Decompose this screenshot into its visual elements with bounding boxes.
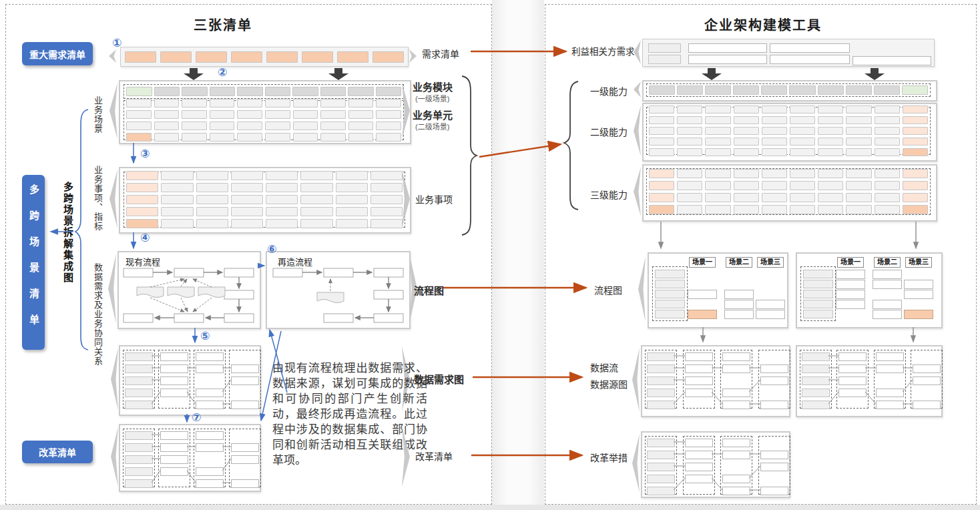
scene-header: 场景二	[726, 257, 752, 268]
step-6: ⑥	[267, 244, 276, 255]
scenario-flow-block-b: 场景一场景二场景三	[796, 252, 943, 328]
grid-cell	[292, 87, 318, 96]
lane-cell	[655, 290, 685, 298]
grid-cell	[376, 110, 401, 119]
label-flow-diagram-right: 流程图	[594, 283, 622, 296]
grid-cell	[348, 133, 374, 142]
grid-cell	[182, 87, 208, 96]
dataflow-box	[913, 376, 941, 385]
dataflow-box	[647, 376, 675, 385]
stakeholder-block	[642, 39, 935, 67]
grid-cell	[300, 219, 332, 228]
dataflow-box	[802, 389, 830, 397]
grid-cell	[371, 207, 403, 216]
grid-cell	[266, 195, 298, 204]
dataflow-box	[760, 376, 788, 385]
grid-cell	[846, 105, 871, 113]
grid-cell	[300, 207, 332, 216]
grid-cell	[376, 99, 401, 107]
grid-cell	[818, 181, 843, 190]
grid-cell	[790, 181, 815, 190]
dataflow-box	[722, 364, 750, 373]
scenario-highlight-box	[904, 310, 933, 319]
grid-cell	[154, 133, 180, 142]
grid-cell	[182, 121, 207, 130]
dataflow-box	[231, 455, 259, 464]
capability-3-block	[642, 164, 937, 222]
grid-cell	[875, 116, 900, 124]
dataflow-box	[125, 389, 153, 397]
dataflow-box	[802, 364, 830, 373]
grid-cell	[846, 169, 871, 178]
dataflow-box	[125, 455, 153, 464]
data-needs-block	[119, 345, 261, 416]
dataflow-box	[876, 364, 904, 373]
grid-cell	[790, 127, 815, 135]
grid-cell	[903, 116, 928, 124]
grid-cell	[161, 183, 193, 192]
grid-cell	[210, 110, 235, 119]
lane-cell	[803, 280, 833, 288]
grid-cell	[154, 110, 180, 119]
grid-cell	[762, 169, 787, 178]
dataflow-box	[125, 479, 153, 488]
dataflow-box	[125, 401, 153, 409]
grid-cell	[790, 169, 815, 178]
grid-cell	[677, 138, 702, 146]
grid-cell	[818, 193, 843, 202]
dataflow-box	[231, 376, 259, 385]
dataflow-box	[196, 431, 224, 440]
grid-cell	[336, 183, 368, 192]
dataflow-box	[685, 451, 713, 459]
grid-cell	[903, 138, 928, 146]
grid-cell	[154, 99, 180, 107]
scenario-task-box	[836, 300, 865, 309]
dataflow-box	[876, 401, 904, 409]
grid-cell	[265, 121, 290, 130]
grid-cell	[320, 133, 346, 142]
lane-cell	[655, 310, 685, 318]
dataflow-box	[160, 352, 188, 361]
dataflow-box	[125, 431, 153, 440]
grid-cell	[302, 51, 333, 63]
grid-cell	[266, 207, 298, 216]
cap2-frame	[646, 107, 931, 155]
dataflow-box	[802, 401, 830, 409]
label-capability-1: 一级能力	[590, 84, 628, 97]
grid-cell	[875, 148, 900, 156]
label-stakeholder-needs: 利益相关方需求	[571, 44, 635, 57]
scenario-task-box	[873, 270, 902, 279]
dataflow-box	[647, 364, 675, 373]
grid-cell	[649, 169, 674, 178]
right-panel-title: 企业架构建模工具	[704, 15, 822, 34]
grid-cell	[293, 110, 318, 119]
grid-cell	[705, 193, 730, 202]
grid-cell	[293, 121, 318, 130]
dataflow-box	[802, 352, 830, 361]
grid-cell	[231, 195, 263, 204]
label-unit-sub: (二级场景)	[415, 121, 449, 132]
scenario-task-box	[836, 270, 865, 279]
dataflow-box	[160, 455, 188, 464]
grid-cell	[161, 195, 193, 204]
dataflow-box	[196, 467, 224, 476]
scenario-highlight-box	[688, 310, 717, 319]
scene-header: 场景一	[689, 257, 716, 268]
grid-cell	[182, 99, 207, 107]
dataflow-box	[125, 352, 153, 361]
label-business-matters: 业务事项	[415, 192, 453, 206]
stakeholder-cell	[852, 56, 931, 65]
dataflow-box	[722, 439, 750, 447]
grid-cell	[266, 51, 298, 63]
grid-cell	[126, 121, 152, 130]
grid-cell	[293, 133, 318, 142]
dataflow-box	[722, 352, 750, 361]
lane-cell	[655, 300, 685, 308]
grid-cell	[762, 127, 787, 135]
label-dataflow-line2: 数据源图	[590, 377, 628, 391]
business-matters-block	[119, 167, 411, 234]
grid-cell	[371, 195, 403, 204]
grid-cell	[210, 99, 235, 107]
dataflow-box	[685, 364, 713, 373]
grid-cell	[649, 205, 674, 214]
